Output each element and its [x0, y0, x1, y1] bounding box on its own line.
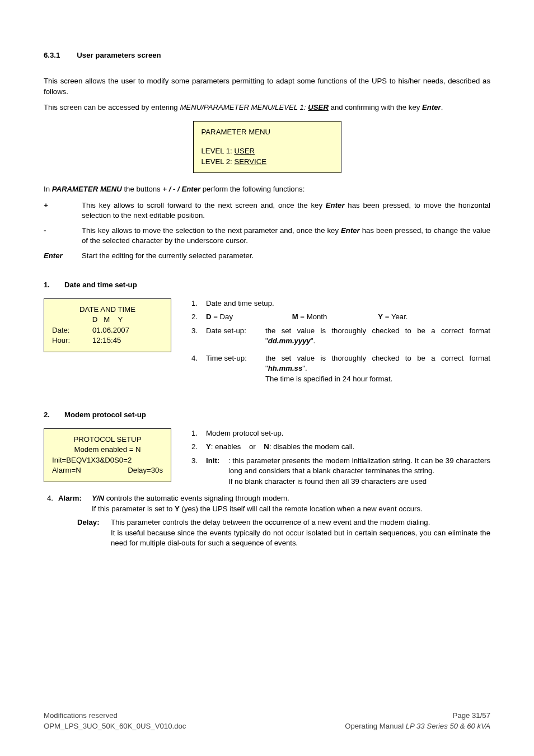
footer-right: Page 31/57 Operating Manual LP 33 Series…: [345, 711, 490, 731]
subheading-num: 1.: [44, 280, 50, 290]
text: If no blank character is found then all …: [228, 477, 427, 486]
text: and confirming with the key: [329, 103, 422, 111]
key-enter: Enter: [422, 103, 441, 111]
delay-label: Delay:: [77, 517, 111, 548]
subheading-num: 2.: [44, 410, 50, 420]
list-item: 2. Y: enables or N: disables the modem c…: [191, 442, 490, 452]
dmy-header: D M Y: [52, 315, 163, 325]
label: Time set-up:: [206, 353, 265, 363]
content: D = Day M = Month Y = Year.: [206, 312, 490, 322]
text: Y: [378, 312, 383, 321]
hour-value: 12:15:45: [92, 335, 121, 346]
text: + / - / Enter: [162, 185, 200, 193]
hour-label: Hour:: [52, 335, 92, 346]
list-item: 4. Time set-up:the set value is thorough…: [191, 353, 490, 388]
footer-line: Modifications reserved: [44, 711, 186, 721]
text: Enter: [326, 201, 345, 209]
page-footer: Modifications reserved OPM_LPS_3UO_50K_6…: [44, 711, 490, 731]
screen-line: LEVEL 2: SERVICE: [202, 157, 333, 167]
number: 4.: [191, 353, 206, 363]
text: SERVICE: [234, 157, 266, 166]
key-plus-desc: This key allows to scroll forward to the…: [82, 200, 490, 221]
heading-number: 6.3.1: [44, 50, 60, 60]
text: Alarm=N: [52, 465, 81, 475]
screen-title: PARAMETER MENU: [202, 127, 333, 137]
list-item: 3. Init: : this parameter presents the m…: [191, 456, 490, 487]
text: Y: [206, 442, 211, 451]
number: 2.: [191, 312, 206, 322]
screen-line: Alarm=NDelay=30s: [52, 465, 163, 475]
number: 3.: [191, 456, 206, 466]
value: the set value is thoroughly checked to b…: [265, 353, 490, 384]
numbered-list: 1.Date and time setup. 2. D = Day M = Mo…: [191, 298, 490, 388]
number: 4.: [47, 493, 58, 514]
menu-path: MENU/PARAMETER MENU/LEVEL 1:: [180, 103, 308, 111]
section-2-continued: 4. Alarm: Y/N controls the automatic eve…: [47, 493, 490, 548]
content: Init: : this parameter presents the mode…: [206, 456, 490, 487]
text: LP 33 Series 50 & 60 kVA: [406, 722, 490, 730]
key-plus-row: + This key allows to scroll forward to t…: [44, 200, 490, 221]
text: PARAMETER MENU: [52, 185, 122, 193]
section-2-body: PROTOCOL SETUP Modem enabled = N Init=BE…: [44, 428, 490, 490]
label: Date set-up:: [206, 326, 265, 336]
date-value: 01.06.2007: [92, 325, 129, 335]
text: It is useful because since the events ty…: [111, 529, 490, 547]
key-enter-row: Enter Start the editing for the currentl…: [44, 251, 490, 261]
label: Init:: [206, 456, 228, 487]
text: ".: [302, 364, 307, 372]
list-item: 2. D = Day M = Month Y = Year.: [191, 312, 490, 322]
content: Time set-up:the set value is thoroughly …: [206, 353, 490, 388]
delay-row: Delay: This parameter controls the delay…: [47, 517, 490, 548]
text: This parameter controls the delay betwee…: [111, 518, 430, 526]
content: Date set-up:the set value is thoroughly …: [206, 326, 490, 350]
text: ".: [311, 337, 315, 345]
text: LEVEL 2:: [202, 157, 235, 166]
screen-title: DATE AND TIME: [52, 305, 163, 315]
list-item: 1.Date and time setup.: [191, 298, 490, 309]
text: Enter: [341, 226, 360, 235]
format: dd.mm.yyyy: [268, 337, 311, 345]
text: M: [292, 312, 298, 321]
alarm-body: Y/N controls the automatic events signal…: [92, 493, 490, 514]
screen-line: LEVEL 1: USER: [202, 146, 333, 156]
text: Y/N: [92, 494, 104, 502]
number: 3.: [191, 326, 206, 336]
screen-line: Init=BEQV1X3&D0S0=2: [52, 455, 163, 465]
text: This key allows to move the selection to…: [82, 226, 341, 235]
pm-sentence: In PARAMETER MENU the buttons + / - / En…: [44, 184, 490, 194]
footer-line: OPM_LPS_3UO_50K_60K_0US_V010.doc: [44, 721, 186, 731]
section-heading: 6.3.1 User parameters screen: [44, 50, 490, 60]
text: = Day: [212, 312, 233, 321]
key-minus-desc: This key allows to move the selection to…: [82, 226, 490, 246]
subheading-title: Date and time set-up: [64, 280, 137, 290]
text: = Year.: [383, 312, 407, 321]
numbered-list: 1.Modem protocol set-up. 2. Y: enables o…: [191, 428, 490, 487]
alarm-label: Alarm:: [58, 493, 92, 514]
text: (yes) the UPS itself will call the remot…: [180, 505, 423, 513]
key-plus: +: [44, 200, 82, 211]
text: : enables or: [211, 442, 264, 451]
text: perform the following functions:: [200, 185, 305, 193]
footer-left: Modifications reserved OPM_LPS_3UO_50K_6…: [44, 711, 186, 731]
section-1-body: DATE AND TIME D M Y Date:01.06.2007 Hour…: [44, 298, 490, 391]
date-time-screen: DATE AND TIME D M Y Date:01.06.2007 Hour…: [44, 298, 171, 352]
key-minus: -: [44, 226, 82, 236]
text: The time is specified in 24 hour format.: [265, 375, 392, 383]
text: .: [441, 103, 443, 111]
content: Modem protocol set-up.: [206, 428, 490, 438]
parameter-menu-screen: PARAMETER MENU LEVEL 1: USER LEVEL 2: SE…: [193, 121, 341, 173]
subheading-title: Modem protocol set-up: [64, 410, 146, 420]
content: Y: enables or N: disables the modem call…: [206, 442, 490, 452]
menu-user: USER: [308, 103, 329, 111]
footer-line: Operating Manual LP 33 Series 50 & 60 kV…: [345, 721, 490, 731]
text: the buttons: [122, 185, 163, 193]
value: : this parameter presents the modem init…: [228, 456, 490, 487]
delay-body: This parameter controls the delay betwee…: [111, 517, 490, 548]
text: Operating Manual: [345, 722, 406, 730]
screen-line: Modem enabled = N: [52, 445, 163, 455]
subheading-1: 1. Date and time set-up: [44, 280, 490, 290]
text: : disables the modem call.: [269, 442, 354, 451]
text: If this parameter is set to: [92, 505, 175, 513]
text: This key allows to scroll forward to the…: [82, 201, 326, 209]
key-enter: Enter: [44, 251, 82, 261]
